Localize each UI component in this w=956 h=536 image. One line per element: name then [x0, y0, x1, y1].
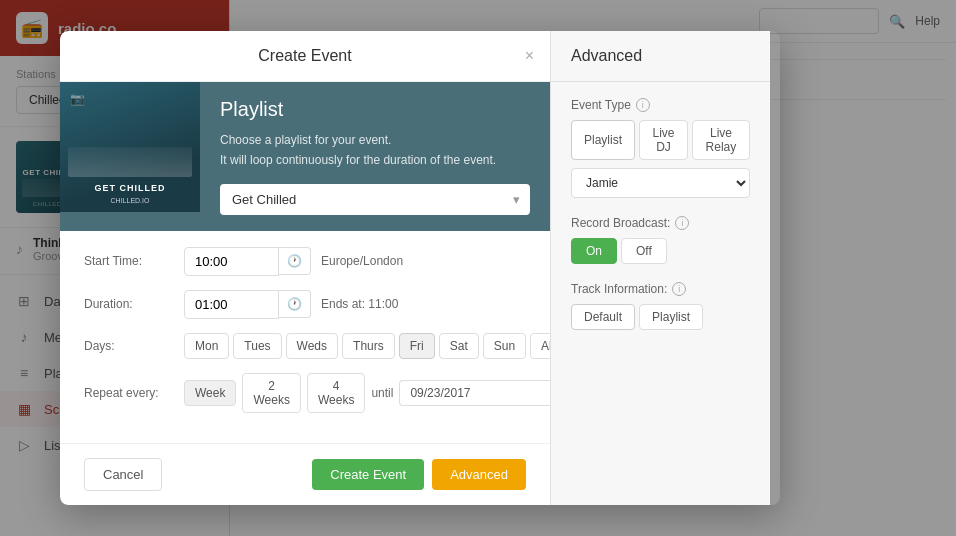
- track-info-default-button[interactable]: Default: [571, 304, 635, 330]
- duration-input-group: 🕐: [230, 290, 311, 319]
- event-type-info-icon: i: [636, 98, 650, 112]
- repeat-row: Repeat every: Week 2 Weeks 4 Weeks until…: [230, 373, 526, 413]
- track-info-info-icon: i: [672, 282, 686, 296]
- modal-container: Create Event × 📷 GET CHILLED CHILLED.IO …: [230, 31, 780, 504]
- duration-clock-button[interactable]: 🕐: [279, 290, 311, 318]
- days-row: Days: Mon Tues Weds Thurs Fri Sat Sun Al…: [230, 333, 526, 359]
- record-broadcast-section: Record Broadcast: i On Off: [571, 216, 750, 264]
- playlist-select[interactable]: Get Chilled: [230, 184, 530, 215]
- advanced-header: Advanced: [551, 31, 770, 82]
- modal-title: Create Event: [258, 47, 351, 65]
- event-type-label: Event Type i: [571, 98, 750, 112]
- event-type-playlist-button[interactable]: Playlist: [571, 120, 635, 160]
- playlist-select-wrap: Get Chilled ▾: [230, 184, 530, 215]
- record-info-icon: i: [675, 216, 689, 230]
- record-broadcast-label: Record Broadcast: i: [571, 216, 750, 230]
- track-info-label: Track Information: i: [571, 282, 750, 296]
- timezone-text: Europe/London: [321, 254, 403, 268]
- ends-at-text: Ends at: 11:00: [321, 297, 398, 311]
- track-info-section: Track Information: i Default Playlist: [571, 282, 750, 330]
- start-time-clock-button[interactable]: 🕐: [279, 247, 311, 275]
- playlist-description: Choose a playlist for your event.It will…: [230, 131, 530, 169]
- track-info-playlist-button[interactable]: Playlist: [639, 304, 703, 330]
- footer-right-actions: Create Event Advanced: [312, 459, 526, 490]
- modal-backdrop: Create Event × 📷 GET CHILLED CHILLED.IO …: [230, 0, 956, 536]
- event-type-section: Event Type i Playlist Live DJ Live Relay…: [571, 98, 750, 198]
- playlist-info: Playlist Choose a playlist for your even…: [230, 82, 550, 230]
- modal-form: Start Time: 🕐 Europe/London Duration:: [230, 231, 550, 443]
- app-wrapper: 📻 radio.co Stations Chilled.io GET CHILL…: [0, 0, 956, 536]
- modal-footer: Cancel Create Event Advanced: [230, 443, 550, 505]
- advanced-body: Event Type i Playlist Live DJ Live Relay…: [551, 82, 770, 364]
- playlist-hero: 📷 GET CHILLED CHILLED.IO Playlist Choose…: [230, 82, 550, 230]
- record-on-button[interactable]: On: [571, 238, 617, 264]
- modal-header: Create Event ×: [230, 31, 550, 82]
- create-event-button[interactable]: Create Event: [312, 459, 424, 490]
- record-off-button[interactable]: Off: [621, 238, 667, 264]
- event-type-livedj-button[interactable]: Live DJ: [639, 120, 688, 160]
- day-weds-button[interactable]: Weds: [286, 333, 338, 359]
- advanced-panel: Advanced Event Type i Playlist Live DJ: [550, 31, 770, 504]
- main-content: 🔍 Help 8am 9am Create Event ×: [230, 0, 956, 536]
- start-time-row: Start Time: 🕐 Europe/London: [230, 247, 526, 276]
- repeat-2weeks-button[interactable]: 2 Weeks: [242, 373, 300, 413]
- repeat-group: Week 2 Weeks 4 Weeks until 📅: [230, 373, 599, 413]
- day-sun-button[interactable]: Sun: [483, 333, 526, 359]
- duration-row: Duration: 🕐 Ends at: 11:00: [230, 290, 526, 319]
- advanced-title: Advanced: [571, 47, 642, 64]
- create-event-modal: Create Event × 📷 GET CHILLED CHILLED.IO …: [230, 31, 550, 504]
- day-tues-button[interactable]: Tues: [233, 333, 281, 359]
- until-label: until: [371, 386, 393, 400]
- playlist-type-label: Playlist: [230, 98, 530, 121]
- track-info-group: Default Playlist: [571, 304, 750, 330]
- repeat-week-button[interactable]: Week: [230, 380, 236, 406]
- close-button[interactable]: ×: [525, 47, 534, 65]
- day-fri-button[interactable]: Fri: [399, 333, 435, 359]
- start-time-input-group: 🕐: [230, 247, 311, 276]
- dj-select[interactable]: Jamie: [571, 168, 750, 198]
- day-thurs-button[interactable]: Thurs: [342, 333, 395, 359]
- record-on-off-group: On Off: [571, 238, 750, 264]
- days-group: Mon Tues Weds Thurs Fri Sat Sun All: [230, 333, 565, 359]
- start-time-input[interactable]: [230, 247, 279, 276]
- event-type-liverelay-button[interactable]: Live Relay: [692, 120, 750, 160]
- advanced-button[interactable]: Advanced: [432, 459, 526, 490]
- until-date-input[interactable]: [399, 380, 570, 406]
- duration-input[interactable]: [230, 290, 279, 319]
- repeat-4weeks-button[interactable]: 4 Weeks: [307, 373, 365, 413]
- event-type-group: Playlist Live DJ Live Relay: [571, 120, 750, 160]
- day-sat-button[interactable]: Sat: [439, 333, 479, 359]
